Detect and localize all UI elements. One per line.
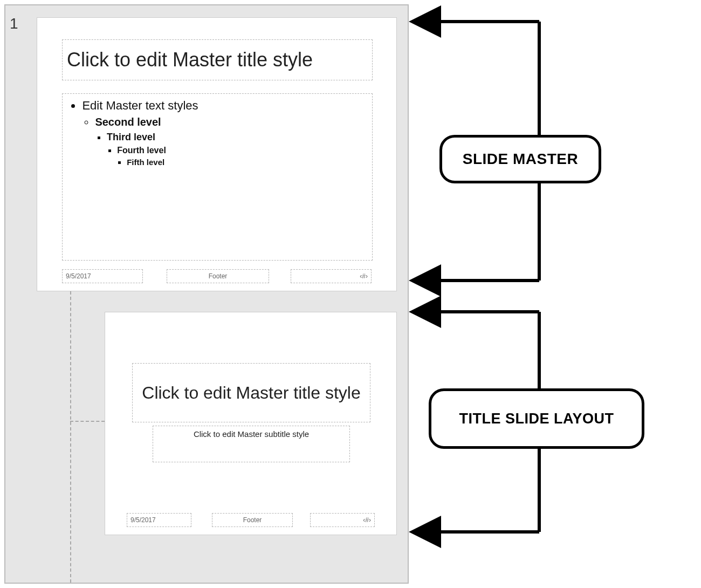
master-date-placeholder[interactable]: 9/5/2017 (62, 269, 143, 283)
hierarchy-connector-vertical (70, 291, 71, 583)
title-slide-layout-thumbnail[interactable]: Click to edit Master title style Click t… (105, 312, 397, 535)
master-pagenum-placeholder[interactable]: ‹#› (291, 269, 372, 283)
bullet-level-1: Edit Master text styles (82, 99, 198, 112)
master-index-number: 1 (10, 15, 18, 32)
layout-subtitle-placeholder[interactable]: Click to edit Master subtitle style (153, 426, 350, 462)
callout-slide-master: SLIDE MASTER (439, 135, 601, 183)
callout-title-slide-layout: TITLE SLIDE LAYOUT (429, 388, 644, 449)
layout-pagenum-placeholder[interactable]: ‹#› (310, 513, 375, 527)
layout-footer-placeholder[interactable]: Footer (212, 513, 293, 527)
thumbnail-panel: 1 Click to edit Master title style Edit … (4, 4, 409, 584)
master-title-placeholder[interactable]: Click to edit Master title style (62, 39, 373, 80)
hierarchy-connector-horizontal (70, 421, 105, 422)
slide-master-thumbnail[interactable]: Click to edit Master title style Edit Ma… (37, 17, 397, 291)
master-footer-placeholder[interactable]: Footer (167, 269, 269, 283)
layout-title-placeholder[interactable]: Click to edit Master title style (132, 363, 370, 422)
master-body-placeholder[interactable]: Edit Master text styles Second level Thi… (62, 93, 373, 261)
bullet-level-2: Second level (95, 116, 161, 128)
layout-date-placeholder[interactable]: 9/5/2017 (127, 513, 191, 527)
bullet-level-4: Fourth level (117, 146, 166, 155)
bullet-level-5: Fifth level (127, 158, 164, 167)
bullet-level-3: Third level (107, 132, 155, 142)
